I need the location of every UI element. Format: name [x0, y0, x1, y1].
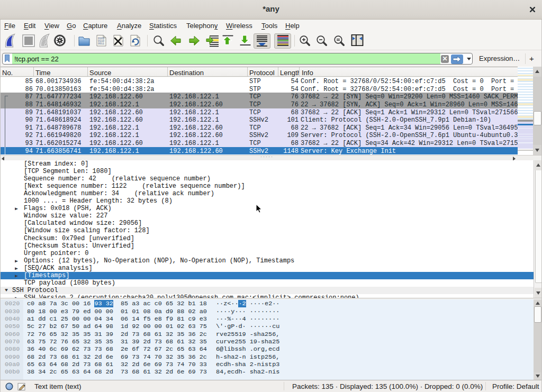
svg-text:0011: 0011 — [98, 42, 104, 45]
